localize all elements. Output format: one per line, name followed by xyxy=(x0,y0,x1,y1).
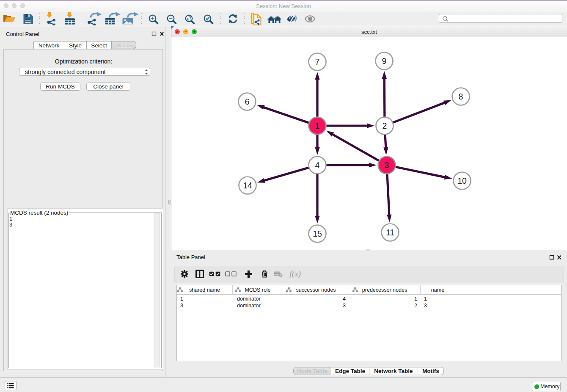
svg-text:6: 6 xyxy=(245,97,250,106)
svg-text:7: 7 xyxy=(315,57,320,66)
svg-text:1: 1 xyxy=(315,121,320,130)
svg-text:8: 8 xyxy=(459,92,463,101)
svg-text:10: 10 xyxy=(457,176,467,185)
svg-text:3: 3 xyxy=(385,160,389,170)
svg-text:4: 4 xyxy=(315,160,320,170)
svg-text:14: 14 xyxy=(243,181,252,190)
svg-text:15: 15 xyxy=(313,229,322,238)
svg-text:11: 11 xyxy=(386,228,394,237)
svg-text:2: 2 xyxy=(383,121,387,130)
svg-text:9: 9 xyxy=(382,56,387,66)
